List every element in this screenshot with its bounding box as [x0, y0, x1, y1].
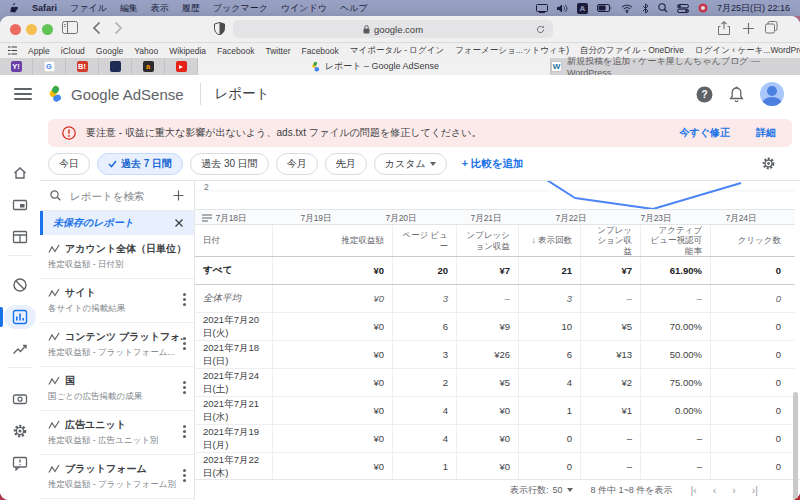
reload-icon[interactable] — [536, 25, 545, 34]
axis-toggle-icon[interactable] — [202, 214, 212, 222]
table-row-average[interactable]: 全体平均¥03–3––0 — [195, 285, 795, 313]
optimization-icon[interactable] — [12, 341, 28, 357]
sidebar-report-platforms[interactable]: プラットフォーム 推定収益額 - プラットフォーム別 — [40, 455, 194, 499]
bookmark-item[interactable]: Twitter — [265, 46, 290, 56]
home-icon[interactable] — [12, 165, 28, 181]
chip-custom[interactable]: カスタム — [374, 153, 447, 175]
col-date[interactable]: 日付 — [195, 225, 273, 256]
unsaved-report-banner[interactable]: 未保存のレポート — [40, 211, 194, 235]
back-icon[interactable] — [92, 21, 101, 35]
hamburger-menu-icon[interactable] — [14, 85, 32, 103]
bookmark-item[interactable]: マイポータル - ログイン — [350, 45, 444, 57]
more-options-icon[interactable] — [183, 293, 186, 308]
first-page-icon[interactable]: |‹ — [691, 484, 697, 496]
minimize-window-button[interactable] — [26, 24, 37, 35]
menu-window[interactable]: ウインドウ — [281, 2, 327, 15]
bookmark-grid-icon[interactable] — [8, 46, 17, 55]
sidebar-report-content-platform[interactable]: コンテンツ プラットフォ... 推定収益額 - プラットフォーム... — [40, 323, 194, 367]
chip-last-month[interactable]: 先月 — [325, 153, 367, 175]
chip-today[interactable]: 今日 — [48, 153, 90, 175]
table-row[interactable]: 2021年7月21日(水)¥04¥01¥10.00%0 — [195, 397, 795, 425]
col-estimated-earnings[interactable]: 推定収益額 — [273, 225, 393, 256]
menu-edit[interactable]: 編集 — [120, 2, 138, 15]
next-page-icon[interactable]: › — [732, 484, 736, 496]
bookmark-item[interactable]: Apple — [28, 46, 50, 56]
adsense-brand[interactable]: Google AdSense — [44, 85, 184, 104]
sidebar-report-ad-units[interactable]: 広告ユニット 推定収益額 - 広告ユニット別 — [40, 411, 194, 455]
chip-last-30-days[interactable]: 過去 30 日間 — [190, 153, 269, 175]
pinned-tab-hatena[interactable]: B! — [66, 58, 99, 75]
table-row[interactable]: 2021年7月22日(木)¥01¥00––0 — [195, 453, 795, 481]
battery-icon[interactable] — [597, 4, 612, 12]
privacy-report-icon[interactable] — [214, 22, 225, 35]
reports-icon[interactable] — [12, 309, 28, 325]
sites-icon[interactable] — [12, 229, 28, 245]
table-row[interactable]: 2021年7月18日(日)¥03¥266¥1350.00%0 — [195, 341, 795, 369]
more-options-icon[interactable] — [183, 337, 186, 352]
share-icon[interactable] — [718, 21, 730, 35]
pinned-tab-google[interactable]: G — [33, 58, 66, 75]
screen-mirroring-icon[interactable] — [536, 4, 548, 13]
bookmark-item[interactable]: Yahoo — [134, 46, 158, 56]
tab-wordpress[interactable]: W 新規投稿を追加 ‹ ケーキ屋しんちゃんブログ — WordPress — [551, 58, 800, 75]
more-options-icon[interactable] — [183, 469, 186, 484]
more-options-icon[interactable] — [183, 425, 186, 440]
fix-now-link[interactable]: 今すぐ修正 — [680, 126, 730, 140]
bookmark-item[interactable]: Google — [96, 46, 123, 56]
more-options-icon[interactable] — [183, 381, 186, 396]
previous-page-icon[interactable]: ‹ — [713, 484, 717, 496]
pinned-tab-youtube[interactable] — [165, 58, 198, 75]
sidebar-toggle-icon[interactable] — [62, 21, 78, 34]
volume-icon[interactable] — [557, 4, 568, 13]
bookmark-item[interactable]: Facebook — [217, 46, 254, 56]
add-report-icon[interactable] — [173, 190, 184, 201]
col-clicks[interactable]: クリック数 — [711, 225, 795, 256]
blocking-controls-icon[interactable] — [12, 277, 28, 293]
new-tab-icon[interactable] — [743, 23, 754, 34]
menubar-app-name[interactable]: Safari — [32, 3, 57, 13]
spotlight-search-icon[interactable] — [658, 3, 668, 13]
sidebar-report-countries[interactable]: 国 国ごとの広告掲載の成果 — [40, 367, 194, 411]
col-impressions-sorted[interactable]: ↓ 表示回数 — [519, 225, 581, 256]
bluetooth-icon[interactable] — [642, 3, 649, 14]
apple-menu-icon[interactable] — [10, 3, 19, 14]
bookmark-item[interactable]: iCloud — [61, 46, 85, 56]
menu-file[interactable]: ファイル — [70, 2, 107, 15]
col-active-view-viewability[interactable]: アクティブ ビュー視認可能率 — [641, 225, 711, 256]
menubar-clock[interactable]: 7月25日(日) 22:16 — [717, 2, 790, 15]
bookmark-item[interactable]: Facebook — [301, 46, 338, 56]
menu-help[interactable]: ヘルプ — [340, 2, 368, 15]
tab-overview-icon[interactable] — [765, 21, 778, 34]
col-page-rpm[interactable]: ンプレッション収益 — [457, 225, 519, 256]
col-page-views[interactable]: ページ ビュー — [393, 225, 457, 256]
vertical-scrollbar[interactable] — [793, 392, 798, 500]
zoom-window-button[interactable] — [42, 24, 53, 35]
bookmark-item[interactable]: フォーメーショ...ットウィキ) — [455, 45, 569, 57]
menubar-app-icon[interactable] — [698, 3, 708, 13]
menu-bookmarks[interactable]: ブックマーク — [213, 2, 268, 15]
control-center-icon[interactable] — [677, 4, 689, 13]
payments-icon[interactable] — [12, 391, 28, 407]
close-window-button[interactable] — [10, 24, 21, 35]
account-avatar[interactable] — [760, 82, 784, 106]
wifi-icon[interactable] — [621, 4, 633, 13]
report-settings-gear-icon[interactable] — [761, 156, 776, 171]
table-row[interactable]: 2021年7月24日(土)¥02¥54¥275.00%0 — [195, 369, 795, 397]
input-source-icon[interactable]: A — [577, 3, 588, 14]
sidebar-report-sites[interactable]: サイト 各サイトの掲載結果 — [40, 279, 194, 323]
ads-icon[interactable] — [12, 197, 28, 213]
pinned-tab-yahoo[interactable]: Y! — [0, 58, 33, 75]
close-icon[interactable] — [174, 218, 184, 228]
pinned-tab-amazon[interactable]: a — [132, 58, 165, 75]
menu-view[interactable]: 表示 — [151, 2, 169, 15]
tab-adsense[interactable]: レポート – Google AdSense — [198, 58, 551, 75]
bookmark-item[interactable]: Wikipedia — [169, 46, 206, 56]
chip-last-7-days-selected[interactable]: 過去 7 日間 — [97, 153, 183, 175]
chip-this-month[interactable]: 今月 — [276, 153, 318, 175]
col-impression-rpm[interactable]: ンプレッション収益 — [581, 225, 641, 256]
table-row[interactable]: 2021年7月19日(月)¥04¥00––0 — [195, 425, 795, 453]
help-icon[interactable]: ? — [696, 86, 713, 103]
search-input[interactable] — [68, 189, 164, 203]
table-row[interactable]: 2021年7月20日(火)¥06¥910¥570.00%0 — [195, 313, 795, 341]
pinned-tab-navy[interactable] — [99, 58, 132, 75]
